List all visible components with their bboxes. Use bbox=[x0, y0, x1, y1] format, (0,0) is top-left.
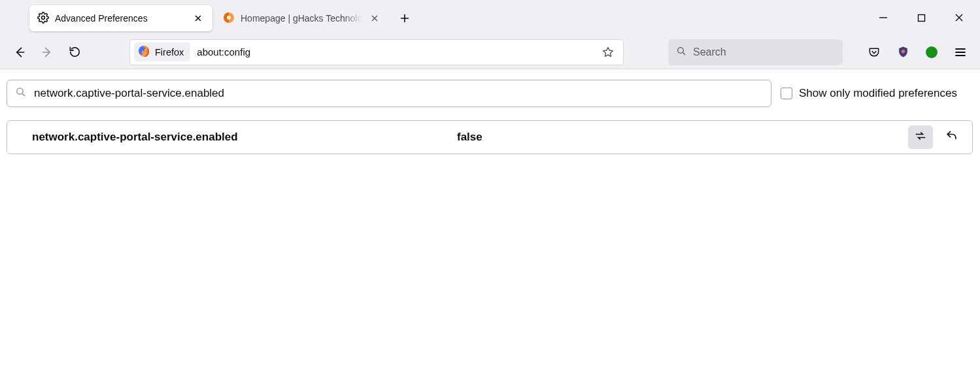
toggle-button[interactable] bbox=[908, 125, 933, 149]
search-placeholder: Search bbox=[693, 46, 726, 58]
tab-label: Homepage | gHacks Technology News bbox=[241, 13, 362, 24]
pocket-button[interactable] bbox=[861, 39, 887, 65]
about-config-page: Show only modified preferences network.c… bbox=[0, 69, 980, 165]
svg-rect-3 bbox=[918, 14, 924, 21]
pref-actions bbox=[908, 125, 968, 149]
svg-point-2 bbox=[227, 16, 231, 20]
url-text: about:config bbox=[197, 46, 250, 57]
tab-advanced-preferences[interactable]: Advanced Preferences bbox=[29, 5, 212, 31]
back-button[interactable] bbox=[7, 39, 33, 65]
forward-button[interactable] bbox=[34, 39, 60, 65]
bookmark-star-button[interactable] bbox=[597, 41, 619, 63]
reset-button[interactable] bbox=[939, 125, 964, 149]
search-icon bbox=[15, 86, 26, 101]
ghacks-favicon-icon bbox=[223, 12, 235, 25]
pref-table: network.captive-portal-service.enabled f… bbox=[7, 120, 973, 154]
pref-row[interactable]: network.captive-portal-service.enabled f… bbox=[7, 121, 972, 154]
svg-point-6 bbox=[901, 50, 904, 53]
undo-icon bbox=[945, 129, 958, 146]
gear-icon bbox=[37, 12, 49, 25]
tab-ghacks[interactable]: Homepage | gHacks Technology News bbox=[215, 5, 389, 31]
pref-name: network.captive-portal-service.enabled bbox=[32, 131, 457, 144]
close-icon[interactable] bbox=[192, 12, 205, 25]
search-icon bbox=[676, 46, 686, 59]
nav-toolbar: Firefox about:config Search bbox=[0, 35, 980, 69]
pref-search-box[interactable] bbox=[7, 80, 771, 107]
svg-point-0 bbox=[42, 16, 45, 19]
new-tab-button[interactable] bbox=[393, 7, 416, 30]
account-button[interactable] bbox=[919, 39, 945, 65]
account-avatar-icon bbox=[926, 46, 938, 58]
svg-point-5 bbox=[678, 47, 684, 53]
close-icon[interactable] bbox=[368, 12, 381, 25]
window-controls bbox=[870, 0, 980, 35]
identity-label: Firefox bbox=[155, 47, 184, 57]
app-menu-button[interactable] bbox=[947, 39, 973, 65]
pref-search-row: Show only modified preferences bbox=[7, 80, 973, 107]
window-minimize-button[interactable] bbox=[870, 5, 896, 31]
toolbar-right bbox=[852, 39, 973, 65]
reload-button[interactable] bbox=[61, 39, 88, 65]
svg-point-7 bbox=[17, 88, 23, 94]
tab-label: Advanced Preferences bbox=[55, 13, 186, 24]
toggle-icon bbox=[914, 129, 927, 146]
search-bar[interactable]: Search bbox=[668, 39, 843, 65]
checkbox-icon bbox=[781, 88, 792, 99]
window-close-button[interactable] bbox=[946, 5, 972, 31]
firefox-logo-icon bbox=[138, 45, 150, 59]
extension-shield-button[interactable] bbox=[890, 39, 916, 65]
pref-search-input[interactable] bbox=[34, 87, 763, 100]
identity-box[interactable]: Firefox bbox=[134, 42, 190, 61]
tab-strip: Advanced Preferences Homepage | gHacks T… bbox=[0, 0, 980, 35]
url-bar[interactable]: Firefox about:config bbox=[129, 39, 624, 65]
show-only-modified-checkbox[interactable]: Show only modified preferences bbox=[781, 87, 973, 100]
pref-value: false bbox=[457, 131, 908, 144]
checkbox-label: Show only modified preferences bbox=[799, 87, 957, 100]
window-maximize-button[interactable] bbox=[908, 5, 934, 31]
